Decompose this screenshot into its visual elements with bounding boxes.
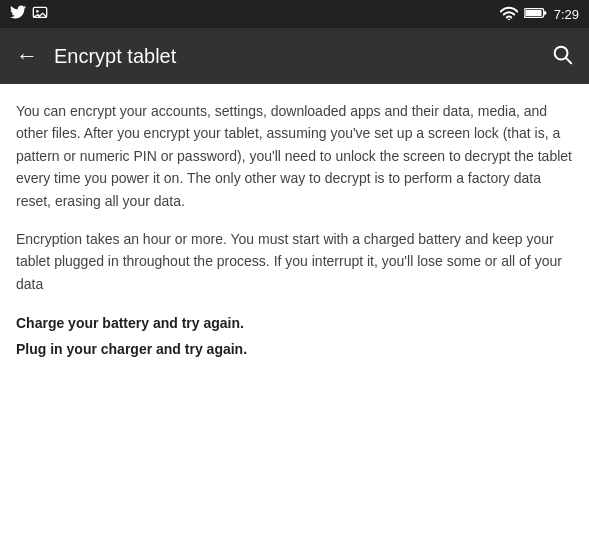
warning-paragraph: Encryption takes an hour or more. You mu… <box>16 228 573 295</box>
toolbar: ← Encrypt tablet <box>0 28 589 84</box>
svg-point-1 <box>36 10 39 13</box>
status-time: 7:29 <box>554 7 579 22</box>
svg-point-2 <box>508 18 510 19</box>
page-title: Encrypt tablet <box>54 45 176 68</box>
svg-rect-5 <box>543 11 546 14</box>
status-bar: 7:29 <box>0 0 589 28</box>
search-button[interactable] <box>551 43 573 70</box>
twitter-icon <box>10 5 26 23</box>
image-icon <box>32 5 48 23</box>
description-paragraph: You can encrypt your accounts, settings,… <box>16 100 573 212</box>
battery-icon <box>524 6 548 23</box>
requirement-charger: Plug in your charger and try again. <box>16 341 573 357</box>
status-bar-left <box>10 5 48 23</box>
svg-line-7 <box>566 58 571 63</box>
svg-rect-4 <box>525 10 541 16</box>
status-bar-right: 7:29 <box>500 6 579 23</box>
requirement-charge: Charge your battery and try again. <box>16 315 573 331</box>
toolbar-left: ← Encrypt tablet <box>16 45 176 68</box>
back-button[interactable]: ← <box>16 45 38 67</box>
wifi-icon <box>500 6 518 23</box>
content-area: You can encrypt your accounts, settings,… <box>0 84 589 551</box>
